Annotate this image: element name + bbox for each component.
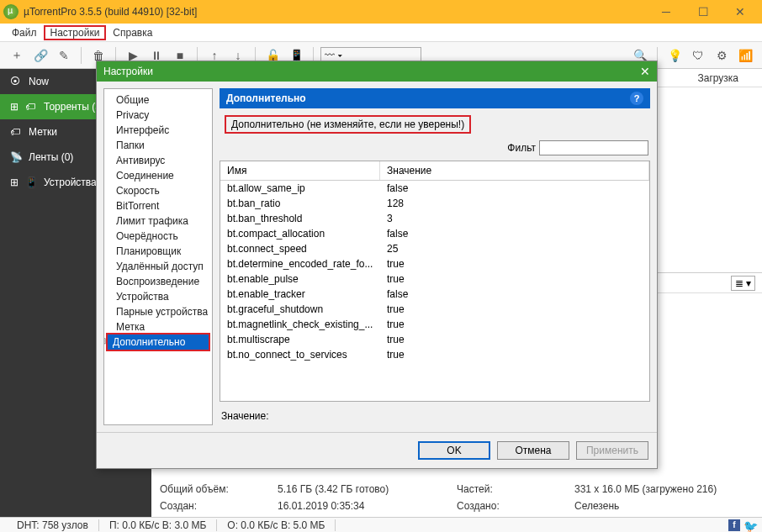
table-row[interactable]: bt.compact_allocationfalse <box>220 226 649 241</box>
total-value: 5.16 ГБ (3.42 ГБ готово) <box>278 483 389 495</box>
maximize-button[interactable]: ☐ <box>685 0 722 24</box>
dialog-title: Настройки <box>103 66 153 77</box>
tree-item[interactable]: Интерфейс <box>104 123 212 138</box>
setting-value: 128 <box>380 197 649 210</box>
dht-status[interactable]: DHT: 758 узлов <box>7 519 99 531</box>
section-header: Дополнительно ? <box>220 88 650 108</box>
table-row[interactable]: bt.allow_same_ipfalse <box>220 181 649 196</box>
expand-icon: ⊞ <box>10 101 19 113</box>
created-value: 16.01.2019 0:35:34 <box>278 500 364 512</box>
table-row[interactable]: bt.graceful_shutdowntrue <box>220 302 649 317</box>
download-speed[interactable]: П: 0.0 КБ/с В: 3.0 МБ <box>99 519 217 531</box>
add-torrent-icon[interactable]: ＋ <box>7 45 27 66</box>
tag-icon: 🏷 <box>25 101 37 113</box>
tree-item[interactable]: Антивирус <box>104 153 212 168</box>
parts-label: Частей: <box>457 483 574 495</box>
table-row[interactable]: bt.multiscrapetrue <box>220 332 649 347</box>
tree-item[interactable]: Воспроизведение <box>104 274 212 289</box>
setting-value: false <box>380 227 649 240</box>
create-torrent-icon[interactable]: ✎ <box>54 45 74 66</box>
app-logo-icon <box>3 4 19 19</box>
ok-button[interactable]: OK <box>418 441 490 460</box>
subscribe-icon[interactable]: 📶 <box>735 45 755 66</box>
sidebar-item-label: Торренты (3 <box>44 101 101 113</box>
device-icon: 📱 <box>25 176 37 188</box>
setting-value: true <box>380 272 649 286</box>
setting-value: false <box>380 287 649 301</box>
av-icon[interactable]: 🛡 <box>688 45 708 66</box>
now-icon: ⦿ <box>10 76 22 87</box>
tree-item[interactable]: Папки <box>104 138 212 153</box>
dialog-close-icon[interactable]: ✕ <box>640 65 650 78</box>
table-row[interactable]: bt.no_connect_to_servicestrue <box>220 347 649 362</box>
parts-value: 331 x 16.0 МБ (загружено 216) <box>574 483 717 495</box>
apply-button[interactable]: Применить <box>576 441 648 460</box>
filter-input[interactable] <box>539 140 648 155</box>
preferences-dialog: Настройки ✕ ОбщиеPrivacyИнтерфейсПапкиАн… <box>96 61 658 469</box>
tree-item-selected[interactable]: Дополнительно <box>106 333 210 351</box>
help-icon[interactable]: ? <box>630 92 643 105</box>
setting-value: false <box>380 182 649 195</box>
table-row[interactable]: bt.enable_pulsetrue <box>220 271 649 287</box>
tree-item[interactable]: Удалённый доступ <box>104 259 212 274</box>
total-label: Общий объём: <box>160 483 278 495</box>
tree-item[interactable]: Устройства <box>104 289 212 304</box>
options-dropdown-icon[interactable]: ≣ ▾ <box>731 276 755 291</box>
titlebar: µTorrentPro 3.5.5 (build 44910) [32-bit]… <box>0 0 762 24</box>
dialog-titlebar: Настройки ✕ <box>97 61 657 82</box>
createdby-value: Селезень <box>574 500 619 512</box>
setting-value: true <box>380 333 649 346</box>
tree-item[interactable]: Соединение <box>104 168 212 183</box>
close-button[interactable]: ✕ <box>722 0 759 24</box>
twitter-icon[interactable]: 🐦 <box>743 519 755 531</box>
tree-item[interactable]: Планировщик <box>104 244 212 259</box>
setting-name: bt.no_connect_to_services <box>220 348 380 361</box>
setting-name: bt.determine_encoded_rate_fo... <box>220 257 380 271</box>
created-label: Создан: <box>160 500 278 512</box>
table-row[interactable]: bt.connect_speed25 <box>220 241 649 256</box>
table-header-name[interactable]: Имя <box>220 161 380 180</box>
expand-icon: ⊞ <box>10 176 19 188</box>
minimize-button[interactable]: ─ <box>648 0 685 24</box>
add-url-icon[interactable]: 🔗 <box>30 45 50 66</box>
tag-icon: 🏷 <box>10 126 22 138</box>
upload-speed[interactable]: О: 0.0 КБ/с В: 5.0 МБ <box>217 519 336 531</box>
menu-help[interactable]: Справка <box>106 25 159 40</box>
table-row[interactable]: bt.magnetlink_check_existing_...true <box>220 317 649 332</box>
tree-item[interactable]: Очерёдность <box>104 229 212 244</box>
tree-item[interactable]: Лимит трафика <box>104 213 212 229</box>
col-download[interactable]: Загрузка <box>697 72 738 84</box>
table-header-value[interactable]: Значение <box>380 161 649 180</box>
table-row[interactable]: bt.ban_threshold3 <box>220 211 649 226</box>
statusbar: DHT: 758 узлов П: 0.0 КБ/с В: 3.0 МБ О: … <box>0 517 762 532</box>
table-row[interactable]: bt.ban_ratio128 <box>220 196 649 211</box>
menu-file[interactable]: Файл <box>5 25 44 40</box>
tree-item[interactable]: Общие <box>104 92 212 108</box>
tree-item[interactable]: Скорость <box>104 183 212 198</box>
filter-label: Фильт <box>507 142 536 154</box>
section-header-text: Дополнительно <box>226 92 306 104</box>
setting-value: true <box>380 348 649 361</box>
tree-item[interactable]: Privacy <box>104 108 212 123</box>
tree-item[interactable]: BitTorrent <box>104 198 212 213</box>
createdby-label: Создано: <box>457 500 574 512</box>
table-row[interactable]: bt.enable_trackerfalse <box>220 287 649 302</box>
settings-icon[interactable]: 💡 <box>664 45 685 66</box>
setting-value: 25 <box>380 242 649 255</box>
setting-value: true <box>380 318 649 331</box>
table-row[interactable]: bt.determine_encoded_rate_fo...true <box>220 256 649 271</box>
prefs-icon[interactable]: ⚙ <box>712 45 732 66</box>
advanced-table: Имя Значение bt.allow_same_ipfalsebt.ban… <box>220 161 650 402</box>
setting-value: 3 <box>380 212 649 225</box>
setting-name: bt.graceful_shutdown <box>220 303 380 316</box>
sidebar-item-label: Метки <box>29 126 57 138</box>
settings-tree[interactable]: ОбщиеPrivacyИнтерфейсПапкиАнтивирусСоеди… <box>103 88 213 425</box>
setting-name: bt.allow_same_ip <box>220 182 380 195</box>
facebook-icon[interactable]: f <box>728 519 740 531</box>
cancel-button[interactable]: Отмена <box>497 441 569 460</box>
setting-name: bt.compact_allocation <box>220 227 380 240</box>
value-label: Значение: <box>221 410 269 422</box>
menu-settings[interactable]: Настройки <box>44 25 107 40</box>
tree-item[interactable]: Парные устройства <box>104 304 212 319</box>
setting-name: bt.connect_speed <box>220 242 380 255</box>
